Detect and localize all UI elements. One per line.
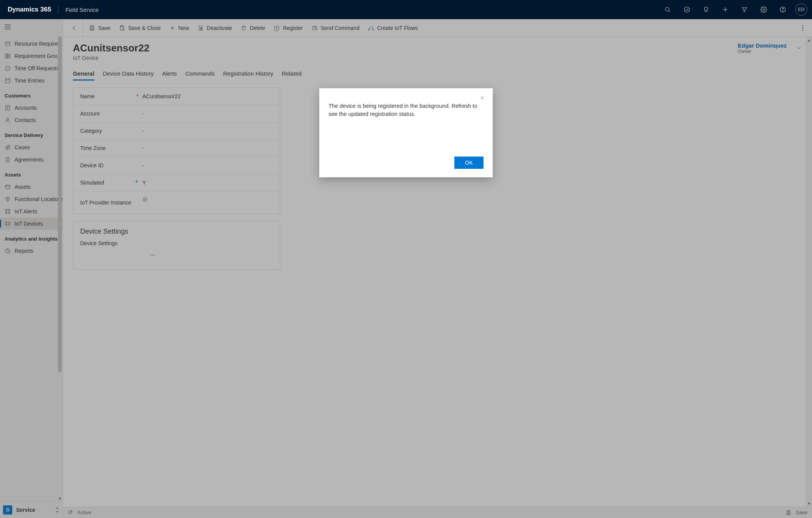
settings-icon[interactable] [754, 0, 773, 19]
svg-point-5 [763, 9, 765, 11]
app-name: Field Service [65, 7, 99, 13]
topbar-right: ED [659, 0, 807, 19]
svg-point-0 [665, 7, 669, 11]
svg-point-2 [684, 7, 690, 12]
task-icon[interactable] [678, 0, 696, 19]
shell: Resource Require…Requirement Grou…Time O… [0, 19, 812, 518]
modal-overlay: The device is being registered in the ba… [0, 19, 812, 518]
lightbulb-icon[interactable] [697, 0, 715, 19]
topbar: Dynamics 365 Field Service ED [0, 0, 812, 19]
modal-close-button[interactable] [477, 92, 488, 104]
search-icon[interactable] [659, 0, 677, 19]
topbar-left: Dynamics 365 Field Service [8, 5, 99, 14]
avatar[interactable]: ED [795, 3, 807, 16]
modal-ok-button[interactable]: OK [454, 157, 484, 169]
topbar-divider [58, 5, 58, 14]
brand: Dynamics 365 [8, 6, 51, 13]
modal-dialog: The device is being registered in the ba… [319, 88, 493, 177]
modal-message: The device is being registered in the ba… [328, 102, 484, 118]
svg-point-7 [782, 11, 783, 11]
svg-line-1 [669, 11, 670, 12]
help-icon[interactable] [774, 0, 792, 19]
filter-icon[interactable] [735, 0, 754, 19]
add-icon[interactable] [716, 0, 734, 19]
